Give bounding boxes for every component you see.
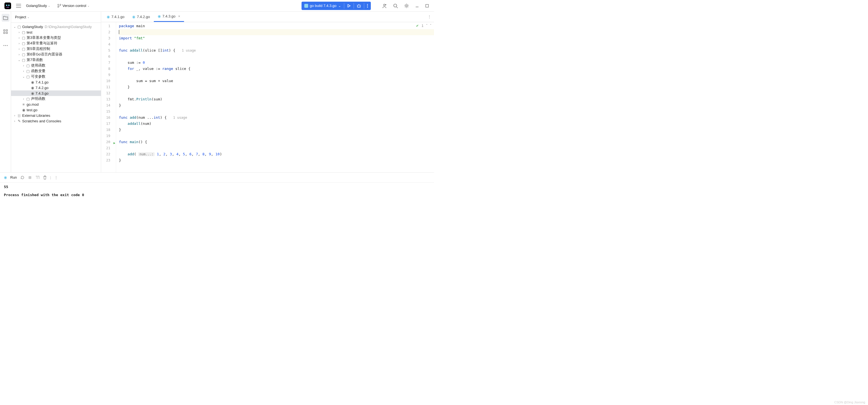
- console-output[interactable]: 55 Process finished with the exit code 0: [0, 182, 434, 202]
- tabs-more-icon[interactable]: ⋮: [428, 15, 431, 19]
- tree-folder-usefunc[interactable]: ›▢使用函数: [11, 63, 101, 68]
- code-lines[interactable]: package main import "fmt" func addall(sl…: [116, 22, 434, 172]
- chevron-down-icon: ⌄: [87, 4, 90, 7]
- svg-rect-17: [6, 30, 7, 31]
- layout-icon[interactable]: [35, 176, 40, 179]
- svg-point-9: [367, 4, 368, 5]
- more-tool-button[interactable]: [2, 41, 9, 49]
- project-view-selector[interactable]: Project ⌄: [11, 12, 101, 23]
- chevron-down-icon: ⌄: [27, 16, 29, 19]
- debug-button[interactable]: [354, 2, 364, 10]
- svg-rect-0: [4, 2, 11, 9]
- search-icon[interactable]: [393, 3, 398, 8]
- svg-point-2: [8, 4, 10, 6]
- tree-folder-test[interactable]: ›▢test: [11, 29, 101, 35]
- tree-file-741[interactable]: ·◉7.4.1.go: [11, 79, 101, 85]
- run-config-widget: go build 7.4.3.go ⌄: [302, 2, 371, 10]
- chevron-down-icon: ⌄: [48, 4, 50, 7]
- tree-folder-ch3[interactable]: ›▢第3章基本变量与类型: [11, 35, 101, 40]
- code-area[interactable]: ✔1 ˆ ˇ 1234 5678 9101112 13141516 171819…: [101, 22, 434, 172]
- trash-icon[interactable]: [43, 175, 47, 180]
- project-sidebar: Project ⌄ ⌄▢GolangStudyD:\DingJiaxiong\G…: [11, 12, 101, 172]
- tree-folder-ch4[interactable]: ›▢第4章常量与运算符: [11, 40, 101, 46]
- tree-file-testgo[interactable]: ·◉test.go: [11, 107, 101, 113]
- structure-icon: [3, 29, 8, 34]
- tab-742[interactable]: ◉7.4.2.go: [128, 12, 154, 22]
- structure-tool-button[interactable]: [2, 28, 9, 35]
- ide-logo-icon: [4, 2, 11, 9]
- vcs-selector[interactable]: Version control ⌄: [52, 4, 90, 8]
- settings-icon[interactable]: [404, 3, 409, 8]
- svg-point-1: [6, 4, 7, 6]
- tree-folder-ch6[interactable]: ›▢第6章Go语言内置容器: [11, 52, 101, 57]
- tree-folder-variadic[interactable]: ⌄▢可变参数: [11, 74, 101, 79]
- project-name: GolangStudy: [26, 4, 47, 8]
- run-toolbar: ◉ Run | ⋮: [0, 173, 434, 182]
- svg-point-14: [406, 5, 407, 7]
- tree-root[interactable]: ⌄▢GolangStudyD:\DingJiaxiong\GolangStudy: [11, 24, 101, 29]
- project-tree: ⌄▢GolangStudyD:\DingJiaxiong\GolangStudy…: [11, 23, 101, 125]
- svg-point-11: [367, 7, 368, 7]
- scratch-icon: ✎: [17, 119, 22, 123]
- svg-point-20: [3, 45, 4, 46]
- vcs-label: Version control: [62, 4, 86, 8]
- go-file-icon: ◉: [132, 15, 135, 19]
- run-config-name: go build 7.4.3.go: [310, 4, 336, 8]
- rerun-icon[interactable]: [20, 175, 25, 180]
- tree-folder-declfunc[interactable]: ›▢声明函数: [11, 96, 101, 102]
- maximize-button[interactable]: [425, 4, 429, 8]
- svg-rect-3: [6, 7, 9, 7]
- close-tab-icon[interactable]: ×: [178, 15, 180, 18]
- tree-external-libs[interactable]: ›⌸External Libraries: [11, 113, 101, 118]
- project-tool-button[interactable]: [2, 14, 9, 22]
- tree-scratches[interactable]: ›✎Scratches and Consoles: [11, 118, 101, 124]
- svg-point-22: [7, 45, 7, 46]
- chevron-down-icon: ⌄: [338, 4, 341, 8]
- tree-file-742[interactable]: ·◉7.4.2.go: [11, 85, 101, 90]
- svg-point-12: [383, 4, 385, 6]
- folder-icon: ▢: [17, 25, 22, 29]
- tab-741[interactable]: ◉7.4.1.go: [103, 12, 128, 22]
- go-file-icon: ◉: [107, 15, 110, 19]
- svg-rect-7: [304, 4, 308, 8]
- library-icon: ⌸: [17, 113, 22, 118]
- code-with-me-icon[interactable]: [382, 3, 387, 8]
- tree-folder-ch7[interactable]: ⌄▢第7章函数: [11, 57, 101, 63]
- run-more-icon[interactable]: ⋮: [54, 175, 58, 179]
- play-icon: [347, 4, 351, 8]
- bug-icon: [357, 4, 361, 8]
- tree-file-743[interactable]: ·◉7.4.3.go: [11, 90, 101, 96]
- tree-folder-ch5[interactable]: ›▢第5章流程控制: [11, 46, 101, 52]
- svg-rect-19: [6, 32, 7, 34]
- svg-point-10: [367, 5, 368, 6]
- ellipsis-icon: [3, 45, 8, 46]
- project-selector[interactable]: GolangStudy ⌄: [26, 4, 50, 8]
- sidebar-title: Project: [15, 15, 26, 19]
- run-title: Run: [10, 175, 17, 179]
- main-menu-button[interactable]: [16, 4, 21, 8]
- tree-folder-funcvar[interactable]: ›▢函数变量: [11, 68, 101, 74]
- run-button[interactable]: [344, 2, 353, 10]
- run-config-selector[interactable]: go build 7.4.3.go ⌄: [302, 2, 344, 10]
- stop-icon[interactable]: [28, 176, 32, 179]
- left-tool-strip: [0, 12, 11, 172]
- more-run-button[interactable]: [364, 2, 371, 10]
- branch-icon: [57, 4, 61, 8]
- top-bar: GolangStudy ⌄ Version control ⌄ go build…: [0, 0, 434, 12]
- svg-point-5: [60, 4, 61, 5]
- svg-point-4: [58, 4, 59, 5]
- svg-point-13: [394, 4, 397, 7]
- folder-icon: [3, 16, 8, 20]
- console-exit-line: Process finished with the exit code 0: [4, 193, 430, 197]
- svg-point-21: [5, 45, 6, 46]
- run-tool-window: ◉ Run | ⋮ 55 Process finished with the e…: [0, 172, 434, 202]
- svg-rect-23: [29, 176, 31, 179]
- tree-file-gomod[interactable]: ·≡go.mod: [11, 102, 101, 107]
- svg-rect-18: [4, 32, 5, 34]
- tab-743[interactable]: ◉7.4.3.go×: [154, 12, 184, 22]
- console-line: 55: [4, 185, 430, 189]
- go-file-icon: ◉: [30, 80, 35, 84]
- editor-tabs: ◉7.4.1.go ◉7.4.2.go ◉7.4.3.go× ⋮: [101, 12, 434, 22]
- svg-rect-15: [426, 4, 429, 7]
- minimize-button[interactable]: [415, 4, 419, 8]
